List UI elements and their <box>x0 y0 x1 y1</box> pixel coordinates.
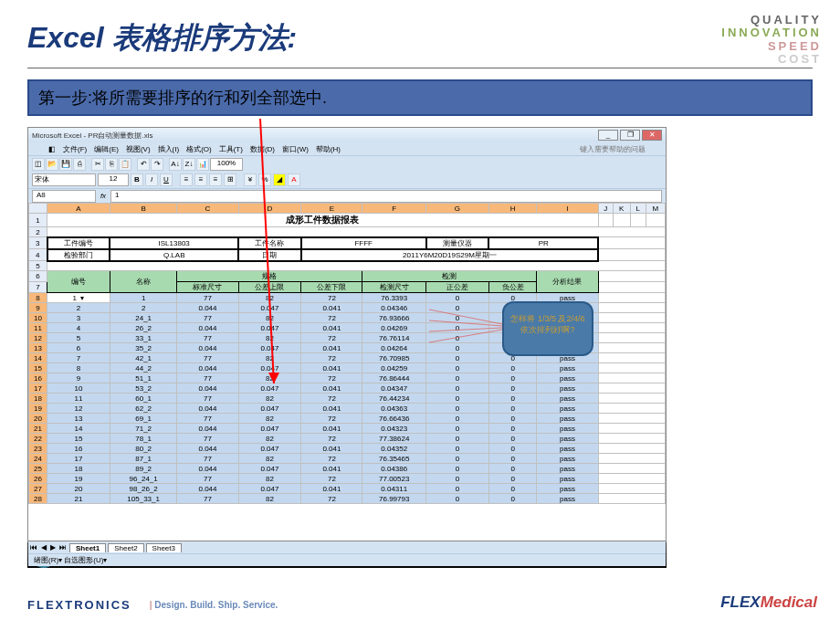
close-button[interactable]: ✕ <box>642 130 662 141</box>
sheet-nav-first-icon[interactable]: ⏮ <box>28 543 39 551</box>
row-header[interactable]: 7 <box>29 282 47 293</box>
divider <box>27 68 813 68</box>
row-header[interactable]: 4 <box>29 249 47 261</box>
open-icon[interactable]: 📂 <box>46 158 58 171</box>
menu-data[interactable]: 数据(D) <box>248 144 277 154</box>
currency-icon[interactable]: ¥ <box>244 173 257 186</box>
help-search[interactable]: 键入需要帮助的问题 <box>578 144 647 154</box>
row-header[interactable]: 17 <box>29 383 47 394</box>
row-header[interactable]: 22 <box>29 434 47 444</box>
col-header[interactable]: L <box>630 204 646 214</box>
row-header[interactable]: 12 <box>29 333 47 343</box>
menu-format[interactable]: 格式(O) <box>184 144 214 154</box>
callout-bubble: 怎样将 1/3/5 及2/4/6依次排列好啊? <box>502 301 593 356</box>
save-icon[interactable]: 💾 <box>59 158 72 171</box>
sheet-nav-last-icon[interactable]: ⏭ <box>58 543 68 551</box>
col-header[interactable]: M <box>646 204 665 214</box>
row-header[interactable]: 10 <box>29 313 47 323</box>
row-header[interactable]: 2 <box>29 227 47 237</box>
menu-window[interactable]: 窗口(W) <box>280 144 310 154</box>
sheet-nav-next-icon[interactable]: ▶ <box>48 543 58 551</box>
formula-bar[interactable]: 1 <box>110 190 662 203</box>
row-header[interactable]: 26 <box>29 474 47 484</box>
col-header[interactable]: K <box>613 204 630 214</box>
menu-help[interactable]: 帮助(H) <box>314 144 342 154</box>
col-header[interactable]: C <box>177 204 238 214</box>
col-header[interactable]: A <box>47 204 110 214</box>
standard-toolbar: ◫ 📂 💾 ⎙ ✂ ⎘ 📋 ↶ ↷ A↓ Z↓ 📊 100% <box>28 155 666 172</box>
row-header[interactable]: 27 <box>29 484 47 494</box>
row-header[interactable]: 3 <box>29 237 47 249</box>
row-header[interactable]: 16 <box>29 373 47 383</box>
copy-icon[interactable]: ⎘ <box>105 158 118 171</box>
menu-tools[interactable]: 工具(T) <box>217 144 245 154</box>
col-header[interactable]: H <box>488 204 537 214</box>
col-header[interactable]: D <box>238 204 301 214</box>
col-header[interactable]: B <box>110 204 177 214</box>
row-header[interactable]: 9 <box>29 303 47 313</box>
menu-insert[interactable]: 插入(I) <box>156 144 182 154</box>
merge-icon[interactable]: ⊞ <box>224 173 236 186</box>
row-header[interactable]: 21 <box>29 424 47 434</box>
row-header[interactable]: 28 <box>29 494 47 504</box>
row-header[interactable]: 15 <box>29 363 47 373</box>
row-header[interactable]: 14 <box>29 353 47 363</box>
sheet-tab-bar: ⏮ ◀ ▶ ⏭ Sheet1 Sheet2 Sheet3 <box>28 541 666 553</box>
sheet-tab-1[interactable]: Sheet1 <box>69 543 106 552</box>
row-header[interactable]: 23 <box>29 444 47 454</box>
row-header[interactable]: 20 <box>29 414 47 424</box>
row-header[interactable]: 11 <box>29 323 47 333</box>
footer-left: FLEXTRONICS | Design. Build. Ship. Servi… <box>27 598 278 612</box>
row-header[interactable]: 18 <box>29 394 47 404</box>
office-button-icon[interactable]: ◧ <box>47 145 58 153</box>
row-header[interactable]: 13 <box>29 343 47 353</box>
align-right-icon[interactable]: ≡ <box>209 173 222 186</box>
sort-desc-icon[interactable]: Z↓ <box>183 158 195 171</box>
menu-view[interactable]: 视图(V) <box>124 144 152 154</box>
bold-icon[interactable]: B <box>131 173 143 186</box>
row-header[interactable]: 1 <box>29 214 47 227</box>
print-icon[interactable]: ⎙ <box>73 158 86 171</box>
col-header[interactable]: F <box>362 204 426 214</box>
connector-lines <box>429 306 511 379</box>
align-center-icon[interactable]: ≡ <box>194 173 207 186</box>
row-header[interactable]: 19 <box>29 404 47 414</box>
fx-icon[interactable]: fx <box>96 192 110 200</box>
fill-color-icon[interactable]: ◢ <box>273 173 286 186</box>
col-header[interactable]: I <box>537 204 598 214</box>
underline-icon[interactable]: U <box>160 173 173 186</box>
menu-edit[interactable]: 编辑(E) <box>92 144 121 154</box>
sheet-nav-prev-icon[interactable]: ◀ <box>39 543 48 551</box>
maximize-button[interactable]: ❐ <box>620 130 640 141</box>
sheet-tab-2[interactable]: Sheet2 <box>108 543 143 552</box>
font-color-icon[interactable]: A <box>288 173 300 186</box>
redo-icon[interactable]: ↷ <box>151 158 163 171</box>
minimize-button[interactable]: _ <box>598 130 618 141</box>
row-header[interactable]: 8 <box>29 293 47 303</box>
cut-icon[interactable]: ✂ <box>91 158 104 171</box>
percent-icon[interactable]: % <box>258 173 271 186</box>
font-name-dropdown[interactable]: 宋体 <box>32 173 96 186</box>
row-header[interactable]: 5 <box>29 261 47 271</box>
worksheet-grid[interactable]: ABCDEFGHIJKLM1成形工件数据报表23工件编号ISL13803工件名称… <box>28 203 666 541</box>
menu-file[interactable]: 文件(F) <box>61 144 89 154</box>
font-size-dropdown[interactable]: 12 <box>98 173 129 186</box>
col-header[interactable]: J <box>598 204 613 214</box>
new-icon[interactable]: ◫ <box>32 158 45 171</box>
col-header[interactable]: E <box>301 204 362 214</box>
paste-icon[interactable]: 📋 <box>119 158 131 171</box>
row-header[interactable]: 25 <box>29 464 47 474</box>
name-box[interactable]: A8 <box>32 190 96 203</box>
chart-icon[interactable]: 📊 <box>196 158 209 171</box>
col-header[interactable]: G <box>426 204 489 214</box>
sheet-tab-3[interactable]: Sheet3 <box>146 543 182 552</box>
align-left-icon[interactable]: ≡ <box>180 173 193 186</box>
footer-tagline: | Design. Build. Ship. Service. <box>150 600 278 610</box>
row-header[interactable]: 6 <box>29 271 47 282</box>
row-header[interactable]: 24 <box>29 454 47 464</box>
undo-icon[interactable]: ↶ <box>137 158 150 171</box>
window-titlebar: Microsoft Excel - PR自动测量数据.xls _ ❐ ✕ <box>28 128 666 142</box>
zoom-dropdown[interactable]: 100% <box>210 158 243 171</box>
sort-asc-icon[interactable]: A↓ <box>169 158 182 171</box>
italic-icon[interactable]: I <box>145 173 158 186</box>
